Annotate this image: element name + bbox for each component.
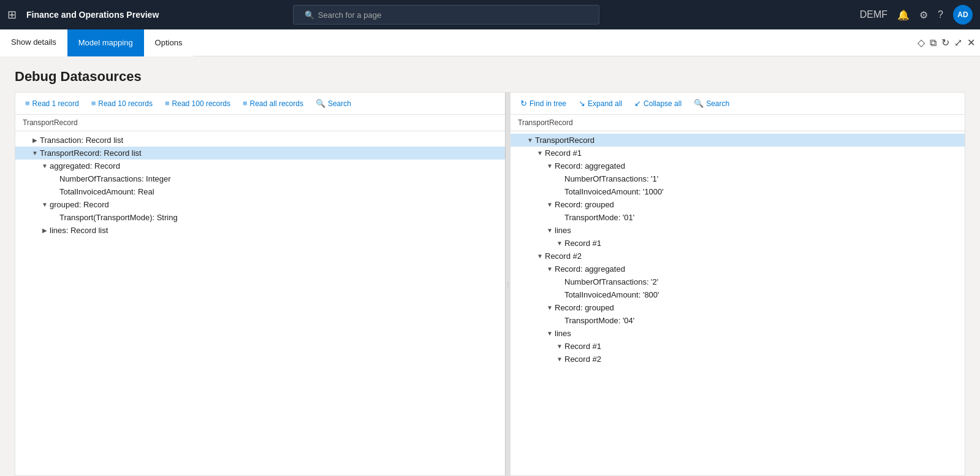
tree-item[interactable]: TotalInvoicedAmount: Real bbox=[15, 185, 505, 198]
tab-options[interactable]: Options bbox=[144, 29, 194, 56]
tree-item[interactable]: ▼TransportRecord bbox=[511, 134, 965, 147]
tree-item[interactable]: Transport(TransportMode): String bbox=[15, 211, 505, 224]
tree-item-label: Record: aggregated bbox=[555, 161, 625, 171]
tree-toggle-icon[interactable]: ▼ bbox=[555, 240, 564, 247]
tree-item-label: lines bbox=[555, 226, 571, 235]
expand-all-btn[interactable]: ↘ Expand all bbox=[574, 96, 627, 110]
tree-item[interactable]: NumberOfTransactions: '2' bbox=[511, 275, 965, 288]
toolbar-icon-layers[interactable]: ⧉ bbox=[930, 37, 936, 48]
right-section-label: TransportRecord bbox=[511, 115, 965, 131]
readall-icon: ≡ bbox=[243, 99, 248, 108]
tree-item-label: Record #1 bbox=[564, 342, 601, 351]
tree-item-label: TransportRecord bbox=[535, 136, 594, 145]
top-nav-right: DEMF 🔔 ⚙ ? AD bbox=[860, 5, 973, 25]
help-icon[interactable]: ? bbox=[938, 9, 943, 20]
tree-toggle-icon[interactable]: ▼ bbox=[555, 356, 564, 363]
tree-item[interactable]: TransportMode: '01' bbox=[511, 211, 965, 224]
tree-item[interactable]: TotalInvoicedAmount: '1000' bbox=[511, 185, 965, 198]
collapse-icon: ↙ bbox=[634, 99, 641, 108]
tree-item[interactable]: ▼grouped: Record bbox=[15, 198, 505, 211]
tree-toggle-icon[interactable]: ▶ bbox=[30, 137, 40, 144]
right-panel-toolbar: ↻ Find in tree ↘ Expand all ↙ Collapse a… bbox=[511, 93, 965, 115]
tree-toggle-icon[interactable]: ▼ bbox=[30, 150, 40, 156]
tree-toggle-icon[interactable]: ▼ bbox=[525, 137, 535, 144]
tree-item[interactable]: TransportMode: '04' bbox=[511, 314, 965, 327]
left-panel-toolbar: ≡ Read 1 record ≡ Read 10 records ≡ Read… bbox=[15, 93, 505, 115]
right-search-icon: 🔍 bbox=[694, 99, 704, 108]
tree-item[interactable]: ▼Record #1 bbox=[511, 340, 965, 353]
tree-item[interactable]: ▼lines bbox=[511, 327, 965, 340]
tree-item-label: Record #2 bbox=[545, 251, 582, 261]
right-panel: ↻ Find in tree ↘ Expand all ↙ Collapse a… bbox=[511, 93, 965, 475]
tree-toggle-icon[interactable]: ▼ bbox=[535, 253, 545, 259]
read-all-records-btn[interactable]: ≡ Read all records bbox=[238, 96, 308, 110]
tab-show-details[interactable]: Show details bbox=[0, 29, 67, 56]
tree-item[interactable]: ▼Record #1 bbox=[511, 147, 965, 159]
panel-divider[interactable]: ⋮ bbox=[506, 93, 511, 475]
tree-item-label: TotalInvoicedAmount: '800' bbox=[564, 290, 659, 299]
left-tree: ▶Transaction: Record list▼TransportRecor… bbox=[15, 131, 505, 475]
toolbar-icon-close[interactable]: ✕ bbox=[967, 37, 975, 48]
read10-icon: ≡ bbox=[91, 99, 96, 108]
tree-item-label: TotalInvoicedAmount: '1000' bbox=[564, 187, 664, 196]
tree-item-label: NumberOfTransactions: Integer bbox=[59, 174, 171, 183]
tree-item[interactable]: ▼lines bbox=[511, 224, 965, 237]
toolbar-right-icons: ◇ ⧉ ↻ ⤢ ✕ bbox=[917, 37, 980, 48]
search-placeholder: Search for a page bbox=[318, 10, 381, 20]
tree-toggle-icon[interactable]: ▶ bbox=[40, 227, 50, 234]
tab-model-mapping[interactable]: Model mapping bbox=[67, 29, 144, 56]
tree-item-label: Record #1 bbox=[545, 148, 582, 158]
left-panel: ≡ Read 1 record ≡ Read 10 records ≡ Read… bbox=[15, 93, 506, 475]
tree-toggle-icon[interactable]: ▼ bbox=[40, 201, 50, 208]
tree-toggle-icon[interactable]: ▼ bbox=[545, 266, 555, 272]
tree-toggle-icon[interactable]: ▼ bbox=[545, 330, 555, 337]
collapse-all-btn[interactable]: ↙ Collapse all bbox=[629, 96, 686, 110]
left-section-label: TransportRecord bbox=[15, 115, 505, 131]
tree-item-label: TransportRecord: Record list bbox=[40, 148, 142, 158]
tree-item[interactable]: ▼Record #1 bbox=[511, 237, 965, 250]
right-tree: ▼TransportRecord▼Record #1▼Record: aggre… bbox=[511, 131, 965, 475]
avatar[interactable]: AD bbox=[953, 5, 973, 25]
read1-icon: ≡ bbox=[25, 99, 30, 108]
read-1-record-btn[interactable]: ≡ Read 1 record bbox=[20, 96, 84, 110]
grid-menu-icon[interactable]: ⊞ bbox=[7, 8, 17, 21]
tree-item[interactable]: NumberOfTransactions: '1' bbox=[511, 172, 965, 185]
tree-toggle-icon[interactable]: ▼ bbox=[555, 343, 564, 350]
find-in-tree-btn[interactable]: ↻ Find in tree bbox=[515, 96, 571, 110]
tree-item[interactable]: ▶lines: Record list bbox=[15, 224, 505, 237]
tree-toggle-icon[interactable]: ▼ bbox=[545, 227, 555, 234]
tree-item[interactable]: NumberOfTransactions: Integer bbox=[15, 172, 505, 185]
expand-icon: ↘ bbox=[579, 99, 585, 108]
tree-item-label: aggregated: Record bbox=[50, 161, 120, 171]
read-10-records-btn[interactable]: ≡ Read 10 records bbox=[86, 96, 158, 110]
tree-item-label: Record #2 bbox=[564, 355, 601, 364]
tree-item-label: NumberOfTransactions: '2' bbox=[564, 277, 658, 286]
settings-icon[interactable]: ⚙ bbox=[919, 9, 928, 21]
toolbar-icon-refresh[interactable]: ↻ bbox=[941, 37, 949, 48]
toolbar-icon-diamond[interactable]: ◇ bbox=[917, 37, 925, 48]
find-tree-icon: ↻ bbox=[520, 99, 527, 108]
tree-item[interactable]: ▼Record #2 bbox=[511, 250, 965, 263]
page-title: Debug Datasources bbox=[15, 69, 965, 85]
toolbar-icon-expand[interactable]: ⤢ bbox=[954, 37, 962, 48]
left-search-btn[interactable]: 🔍 Search bbox=[311, 96, 356, 110]
tree-toggle-icon[interactable]: ▼ bbox=[545, 201, 555, 208]
tree-item[interactable]: TotalInvoicedAmount: '800' bbox=[511, 288, 965, 301]
global-search[interactable]: 🔍 Search for a page bbox=[293, 5, 599, 25]
tree-item[interactable]: ▶Transaction: Record list bbox=[15, 134, 505, 147]
tree-item[interactable]: ▼Record: aggregated bbox=[511, 263, 965, 275]
notification-icon[interactable]: 🔔 bbox=[897, 9, 910, 21]
tree-toggle-icon[interactable]: ▼ bbox=[545, 304, 555, 311]
tree-item[interactable]: ▼aggregated: Record bbox=[15, 159, 505, 172]
tree-item[interactable]: ▼Record: grouped bbox=[511, 198, 965, 211]
tree-toggle-icon[interactable]: ▼ bbox=[40, 163, 50, 169]
tree-item-label: Record: grouped bbox=[555, 303, 614, 312]
read-100-records-btn[interactable]: ≡ Read 100 records bbox=[160, 96, 235, 110]
tree-item[interactable]: ▼Record: aggregated bbox=[511, 159, 965, 172]
tree-item[interactable]: ▼Record #2 bbox=[511, 353, 965, 366]
tree-toggle-icon[interactable]: ▼ bbox=[535, 150, 545, 156]
tree-item[interactable]: ▼Record: grouped bbox=[511, 301, 965, 314]
tree-toggle-icon[interactable]: ▼ bbox=[545, 163, 555, 169]
tree-item[interactable]: ▼TransportRecord: Record list bbox=[15, 147, 505, 159]
right-search-btn[interactable]: 🔍 Search bbox=[689, 96, 734, 110]
